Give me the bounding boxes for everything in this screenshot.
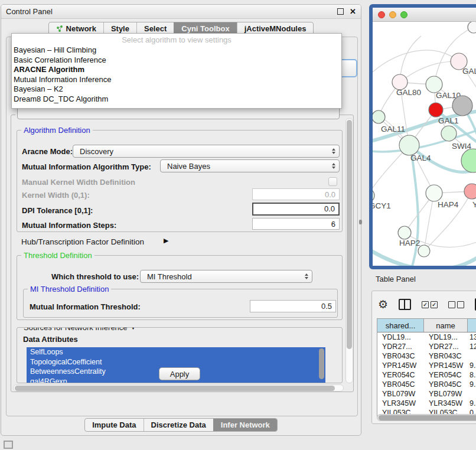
table-cell: YBR045C [377,380,424,389]
aracne-mode-combo[interactable]: Discovery [73,145,340,158]
network-node[interactable] [452,96,472,116]
node-label: Y [472,200,476,209]
algorithm-option[interactable]: Dream8 DC_TDC Algorithm [12,94,341,105]
zoom-traffic-light[interactable] [400,11,407,18]
column-header-cut[interactable] [468,319,476,332]
sources-collapse-arrow-icon[interactable]: ▼ [131,327,136,332]
empty-box-icon [457,301,464,308]
tab-discretize-data[interactable]: Discretize Data [144,419,213,431]
table-row[interactable]: YPR145WYPR145W9. [377,361,476,370]
mi-threshold-field[interactable]: 0.5 [250,300,336,312]
tab-impute-data[interactable]: Impute Data [85,419,143,431]
columns-icon[interactable] [399,299,411,310]
attribute-list-item[interactable]: TopologicalCoefficient [27,357,325,367]
hub-definition-label[interactable]: Hub/Transcription Factor Definition [21,237,144,246]
tab-discretize-data-label: Discretize Data [151,420,206,429]
apply-button-label: Apply [170,370,190,379]
spinner-arrows-icon [332,163,335,169]
select-all-checkboxes-icon[interactable]: ✓ ✓ [422,301,438,308]
attribute-list-scrollbar-thumb[interactable] [319,348,324,379]
table-row[interactable]: YER054CYER054C8. [377,370,476,380]
panel-splitter-handle[interactable] [359,220,362,224]
table-row[interactable]: YBR045CYBR045C9. [377,380,476,389]
table-cell: YPR145W [377,361,424,370]
minimize-traffic-light[interactable] [389,11,396,18]
node-label: HAP2 [399,239,420,247]
float-window-icon[interactable] [337,8,344,15]
settings-vertical-scrollbar-thumb[interactable] [347,120,352,349]
algorithm-option[interactable]: ARACNE Algorithm [12,65,341,75]
settings-horizontal-scrollbar[interactable] [13,384,344,392]
sources-title: Sources for Network Inference [24,327,128,332]
network-node[interactable] [373,188,374,203]
mi-threshold-label: Mutual Information Threshold: [30,302,141,311]
table-cell: YLR345W [424,399,468,408]
network-node[interactable] [461,149,476,172]
column-header-name[interactable]: name [424,319,468,332]
node-label: GAL80 [396,88,421,97]
network-node[interactable] [398,226,411,239]
table-cell: YDR27... [424,342,468,351]
kernel-width-field[interactable]: 0.0 [252,188,340,200]
checked-box-icon: ✓ [431,301,438,308]
network-node[interactable] [441,126,457,141]
manual-kernel-width-checkbox[interactable] [328,177,337,186]
column-header-shared-name[interactable]: shared... [377,319,424,332]
table-horizontal-scrollbar-thumb[interactable] [379,415,476,420]
table-row[interactable]: YLR345WYLR345W9. [377,399,476,408]
window-grip-icon[interactable] [4,441,13,449]
gear-icon[interactable]: ⚙ [378,299,388,310]
table-row[interactable]: YBR043CYBR043C [377,351,476,361]
algorithm-placeholder: Select algorithm to view settings [12,35,341,45]
table-body: YDL19...YDL19...13YDR27...YDR27...12YBR0… [377,332,476,418]
table-cell: YBR043C [377,351,424,361]
tab-network-label: Network [66,24,96,33]
tab-select-label: Select [144,24,167,33]
algorithm-option[interactable]: Mutual Information Inference [12,75,341,85]
network-node[interactable] [464,184,476,199]
mi-algorithm-type-label: Mutual Information Algorithm Type: [22,162,151,171]
node-label: GAL [462,67,476,76]
apply-button[interactable]: Apply [159,367,200,380]
network-node[interactable] [468,22,476,33]
network-node[interactable] [373,110,385,123]
algorithm-definition-title: Algorithm Definition [21,126,93,135]
network-node[interactable] [429,103,443,117]
deselect-all-checkboxes-icon[interactable] [448,301,464,308]
table-horizontal-scrollbar[interactable] [377,414,476,421]
algorithm-definition-group: Algorithm Definition Aracne Mode: Discov… [17,130,343,232]
settings-vertical-scrollbar[interactable] [345,118,353,383]
settings-horizontal-scrollbar-thumb[interactable] [15,386,335,391]
table-cell: YBL079W [424,389,468,399]
close-icon[interactable]: ✕ [350,7,356,16]
network-node[interactable] [426,76,442,93]
spinner-arrows-icon [305,273,308,279]
control-panel-title: Control Panel [6,7,53,16]
algorithm-dropdown-popup: Select algorithm to view settings Bayesi… [11,33,342,109]
network-node[interactable] [418,245,430,257]
network-node[interactable] [426,185,442,201]
network-canvas[interactable]: GALGAL80GAL10GAL1GAL11SWI4GAL4YHAP4GCY1H… [373,22,476,269]
table-row[interactable]: YDL19...YDL19...13 [377,332,476,342]
table-row[interactable]: YDR27...YDR27...12 [377,342,476,351]
attribute-list-item[interactable]: SelfLoops [27,347,325,357]
table-cell: YER054C [377,370,424,380]
mi-steps-field[interactable]: 6 [252,218,340,230]
mi-algorithm-type-combo[interactable]: Naive Bayes [160,159,340,172]
network-node[interactable] [399,135,419,155]
table-cell: 9. [468,380,476,389]
cyni-algorithm-settings-group: Cyni Algorithm Settings Algorithm Defini… [11,115,354,392]
which-threshold-combo[interactable]: MI Threshold [140,270,312,283]
hub-expand-arrow-icon[interactable]: ▶ [164,237,168,244]
aracne-mode-label: Aracne Mode: [22,147,73,156]
table-row[interactable]: YBL079WYBL079W [377,389,476,399]
table-cell: 8. [468,370,476,380]
tab-infer-network[interactable]: Infer Network [213,419,277,431]
algorithm-option[interactable]: Bayesian – Hill Climbing [12,45,341,56]
algorithm-option[interactable]: Bayesian – K2 [12,84,341,94]
close-traffic-light[interactable] [378,11,385,18]
dpi-tolerance-field[interactable]: 0.0 [252,203,340,216]
dpi-tolerance-label: DPI Tolerance [0,1]: [22,206,93,215]
table-cell: YLR345W [377,399,424,408]
algorithm-option[interactable]: Basic Correlation Inference [12,56,341,66]
